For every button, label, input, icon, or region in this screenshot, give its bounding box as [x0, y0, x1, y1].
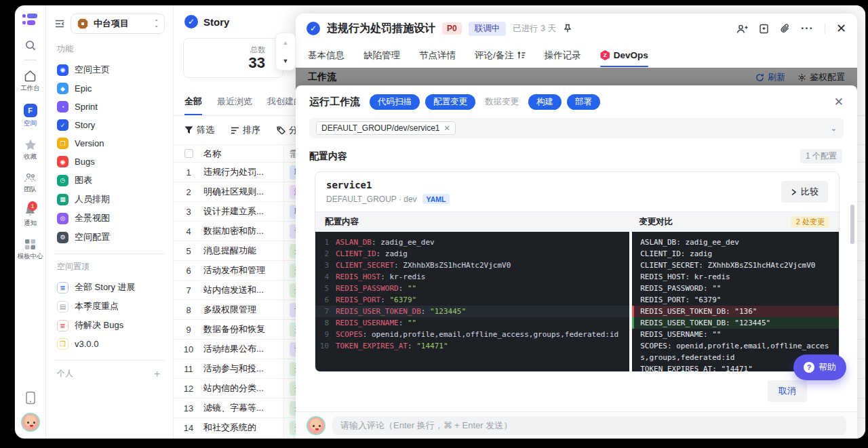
detail-tab-3[interactable]: 评论/备注 — [475, 43, 526, 67]
sidebar-item[interactable]: ◔ Sprint — [54, 98, 165, 116]
rail-item-0[interactable]: 工作台 — [18, 70, 43, 93]
commenter-avatar[interactable] — [307, 416, 326, 435]
sidebar-item[interactable]: ≣ 待解决 Bugs — [54, 316, 165, 335]
item-icon: ▤ — [57, 301, 68, 312]
status-badge[interactable]: 联调中 — [469, 22, 507, 36]
sidebar-item[interactable]: ❐ v3.0.0 — [54, 335, 165, 353]
comment-bar — [296, 411, 857, 439]
config-count-badge: 1 个配置 — [800, 149, 842, 163]
story-tab-1[interactable]: 最近浏览 — [217, 96, 252, 115]
detail-tab-4[interactable]: 操作记录 — [545, 43, 581, 67]
config-column-header: 配置内容 — [315, 212, 629, 232]
issue-detail-drawer: ✓ 违规行为处罚措施设计 P0 联调中 已进行 3 天 ··· ✕ — [296, 14, 857, 439]
search-icon[interactable] — [24, 39, 37, 52]
rail-item-4[interactable]: 1 通知 — [18, 205, 43, 228]
modal-scrollbar[interactable] — [850, 205, 854, 244]
diff-line-added: REDIS_USER_TOKEN_DB: "123445" — [632, 317, 839, 329]
user-avatar[interactable] — [21, 413, 40, 432]
rail-item-3[interactable]: 团队 — [18, 172, 43, 194]
format-badge: YAML — [422, 194, 450, 204]
app-logo-icon[interactable] — [22, 14, 39, 27]
scroll-down-button[interactable]: ▼ — [276, 52, 295, 70]
tag-icon — [277, 126, 285, 134]
left-rail: 工作台 F 空间 收藏 团队 1 通知 模板中心 — [15, 5, 46, 439]
sidebar-item[interactable]: ◉ 空间主页 — [54, 60, 165, 79]
item-icon: ≣ — [57, 320, 68, 331]
workflow-pill-0[interactable]: 代码扫描 — [370, 94, 420, 110]
priority-badge: P0 — [442, 22, 462, 35]
cancel-button[interactable]: 取消 — [768, 380, 807, 402]
sidebar-section-title: 功能 — [57, 43, 162, 55]
service-select[interactable]: DEFAULT_GROUP/dev/service1 ✕ ⌄ — [309, 118, 844, 138]
add-item-icon[interactable]: ＋ — [152, 367, 162, 380]
detail-tab-2[interactable]: 节点详情 — [419, 43, 456, 67]
close-drawer-icon[interactable]: ✕ — [836, 23, 846, 34]
collapse-sidebar-icon[interactable] — [54, 19, 65, 28]
item-icon: ✓ — [57, 119, 68, 131]
diff-line-normal: REDIS_PORT: "6379" — [632, 294, 839, 306]
bookmark-add-icon[interactable] — [759, 24, 769, 34]
item-icon: ◎ — [57, 213, 68, 224]
code-line: 8REDIS_USERNAME: "" — [315, 317, 629, 329]
code-line: 3CLIENT_SECRET: ZXhhbXBsZS1hcHAtc2VjcmV0 — [315, 260, 629, 271]
toolbar-sort-button[interactable]: 排序 — [231, 124, 260, 136]
sidebar-item[interactable]: ◆ Epic — [54, 79, 165, 98]
compare-button[interactable]: 比较 — [781, 181, 828, 203]
item-icon: ⚙ — [57, 232, 68, 243]
workflow-pill-3[interactable]: 构建 — [528, 94, 561, 110]
rail-item-1[interactable]: F 空间 — [18, 104, 43, 128]
close-modal-icon[interactable]: ✕ — [834, 98, 844, 107]
rail-item-2[interactable]: 收藏 — [18, 139, 43, 161]
sidebar-item[interactable]: ◉ Bugs — [54, 152, 165, 171]
detail-tab-1[interactable]: 缺陷管理 — [363, 43, 400, 67]
story-panel-title: Story — [203, 16, 229, 28]
toolbar-filter-button[interactable]: 筛选 — [184, 124, 214, 136]
help-button[interactable]: ? 帮助 — [793, 354, 846, 380]
attachment-icon[interactable] — [780, 24, 790, 34]
issue-title: 违规行为处罚措施设计 — [327, 22, 435, 36]
project-sidebar: 中台项目 ⌃⌄ 功能 ◉ 空间主页 ◆ Epic ◔ Sprint ✓ Stor… — [46, 5, 174, 439]
code-line: 9SCOPES: openid,profile,email,offline_ac… — [315, 329, 629, 340]
code-line: 6REDIS_PORT: "6379" — [315, 294, 629, 306]
scroll-up-button[interactable]: ▲ — [276, 33, 295, 52]
zadig-icon: Z — [600, 50, 610, 60]
chevron-down-icon: ⌄ — [831, 124, 837, 133]
issue-type-icon: ✓ — [307, 22, 320, 35]
pin-icon[interactable] — [563, 24, 572, 33]
yaml-diff-view: ASLAN_DB: zadig_ee_dev CLIENT_ID: zadig … — [632, 232, 839, 372]
sidebar-item[interactable]: ✓ Story — [54, 116, 165, 134]
devops-tab-content: 工作流 刷新 鉴权配置 运行工作流 代码扫描 配置 — [296, 68, 857, 411]
detail-tab-0[interactable]: 基本信息 — [308, 43, 344, 67]
diff-line-removed: REDIS_USER_TOKEN_DB: "136" — [632, 306, 839, 317]
item-icon: ◉ — [57, 156, 68, 167]
project-selector[interactable]: 中台项目 ⌃⌄ — [71, 14, 165, 34]
workflow-pill-1[interactable]: 配置变更 — [425, 94, 475, 110]
sidebar-section-title: 个人 ＋ — [57, 367, 162, 380]
comment-input[interactable] — [332, 416, 846, 435]
space-icon: F — [24, 104, 37, 117]
sidebar-item[interactable]: ◎ 全景视图 — [54, 209, 165, 228]
card-stepper: ▲ ▼ — [275, 33, 296, 70]
run-workflow-modal: 运行工作流 代码扫描 配置变更 数据变更 构建 部署 ✕ DEFAULT_GRO… — [296, 85, 857, 411]
yaml-editor[interactable]: 1ASLAN_DB: zadig_ee_dev 2CLIENT_ID: zadi… — [315, 232, 629, 372]
story-tab-0[interactable]: 全部 — [184, 96, 202, 115]
detail-tab-5[interactable]: Z DevOps — [600, 43, 648, 67]
remove-tag-icon[interactable]: ✕ — [444, 124, 450, 133]
mobile-app-icon[interactable] — [25, 391, 36, 405]
sidebar-item[interactable]: ≣ 全部 Story 进展 — [54, 278, 165, 297]
add-member-icon[interactable] — [736, 24, 748, 34]
rail-item-5[interactable]: 模板中心 — [18, 239, 43, 261]
select-all-checkbox[interactable] — [184, 149, 193, 158]
workflow-pill-4[interactable]: 部署 — [567, 94, 600, 110]
total-label: 总数 — [192, 45, 265, 55]
workflow-pill-2[interactable]: 数据变更 — [481, 94, 523, 110]
more-icon[interactable]: ··· — [801, 22, 814, 35]
sidebar-item[interactable]: ▦ 人员排期 — [54, 190, 165, 209]
bell-icon: 1 — [24, 205, 36, 217]
sidebar-item[interactable]: ❐ Version — [54, 134, 165, 152]
sort-asc-icon — [517, 52, 526, 59]
sidebar-item[interactable]: ◷ 图表 — [54, 171, 165, 190]
sidebar-item[interactable]: ▤ 本季度重点 — [54, 297, 165, 316]
sidebar-item[interactable]: ⚙ 空间配置 — [54, 228, 165, 247]
diff-line-normal: ASLAN_DB: zadig_ee_dev — [632, 237, 839, 248]
